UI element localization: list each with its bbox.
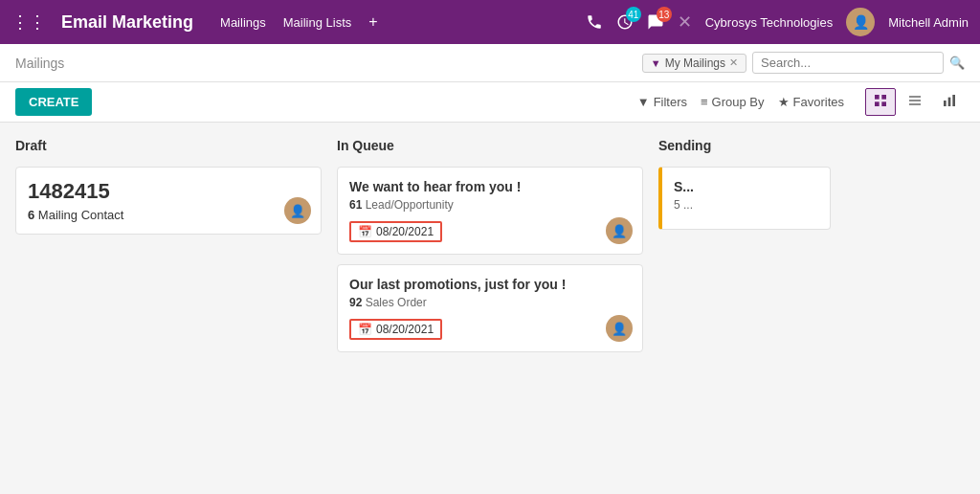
kanban-column-in-queue: In Queue We want to hear from you ! 61 L… — [337, 138, 643, 362]
company-name: Cybrosys Technologies — [705, 15, 833, 30]
activity-icon[interactable]: 41 — [616, 13, 634, 31]
filter-tag-close[interactable]: ✕ — [729, 56, 738, 69]
phone-icon[interactable] — [586, 13, 603, 31]
date-value-1: 08/20/2021 — [376, 225, 434, 238]
svg-rect-7 — [944, 101, 947, 106]
card-date-1: 📅 08/20/2021 — [349, 221, 442, 242]
nav-mailing-lists[interactable]: Mailing Lists — [283, 15, 352, 30]
toolbar: CREATE ▼ Filters ≡ Group By ★ Favorites — [0, 82, 980, 123]
groupby-icon: ≡ — [701, 95, 708, 109]
filters-label: Filters — [654, 95, 687, 109]
draft-contact-count: 6 — [28, 208, 34, 222]
grid-icon[interactable]: ⋮⋮ — [11, 11, 46, 33]
draft-card-contact: 6 Mailing Contact — [28, 208, 309, 222]
column-header-in-queue: In Queue — [337, 138, 643, 157]
svg-rect-6 — [909, 103, 921, 104]
favorites-action[interactable]: ★ Favorites — [778, 95, 844, 109]
chat-icon[interactable]: 13 — [647, 13, 664, 31]
toolbar-left: CREATE — [15, 88, 92, 116]
svg-rect-2 — [875, 101, 880, 106]
kanban-column-sending: Sending S... 5 ... — [658, 138, 831, 239]
card-avatar-2: 👤 — [606, 315, 633, 342]
user-avatar[interactable]: 👤 — [846, 8, 875, 36]
card-count-2: 92 — [349, 296, 362, 309]
filter-icon: ▼ — [637, 95, 650, 109]
subheader-right: ▼ My Mailings ✕ 🔍 — [642, 52, 965, 74]
nav-mailings[interactable]: Mailings — [220, 15, 266, 30]
svg-rect-4 — [909, 96, 921, 97]
star-icon: ★ — [778, 95, 790, 109]
search-input[interactable] — [752, 52, 944, 74]
view-switcher — [865, 88, 965, 116]
kanban-card-queue-1[interactable]: We want to hear from you ! 61 Lead/Oppor… — [337, 167, 643, 255]
card-count-1: 61 — [349, 198, 362, 212]
create-button[interactable]: CREATE — [15, 88, 92, 116]
group-by-label: Group By — [712, 95, 765, 109]
list-view-button[interactable] — [900, 88, 930, 116]
date-value-2: 08/20/2021 — [376, 323, 434, 336]
card-date-2: 📅 08/20/2021 — [349, 319, 442, 340]
nav-plus[interactable]: + — [368, 13, 377, 31]
column-header-sending: Sending — [658, 138, 831, 157]
filter-tag-label: My Mailings — [665, 56, 725, 70]
group-by-action[interactable]: ≡ Group By — [701, 95, 765, 109]
breadcrumb: Mailings — [15, 56, 64, 71]
x-icon[interactable]: ✕ — [678, 11, 692, 33]
card-title-1: We want to hear from you ! — [349, 179, 631, 194]
svg-rect-8 — [948, 98, 951, 106]
subheader-left: Mailings — [15, 56, 64, 71]
card-title-2: Our last promotions, just for you ! — [349, 277, 631, 292]
top-navbar: ⋮⋮ Email Marketing Mailings Mailing List… — [0, 0, 980, 44]
calendar-icon-2: 📅 — [358, 323, 372, 336]
topnav-icons: 41 13 ✕ Cybrosys Technologies 👤 Mitchell… — [586, 8, 969, 36]
favorites-label: Favorites — [793, 95, 844, 109]
column-header-draft: Draft — [15, 138, 322, 157]
calendar-icon-1: 📅 — [358, 225, 372, 238]
app-title: Email Marketing — [61, 12, 193, 33]
svg-rect-5 — [909, 100, 921, 101]
draft-card-avatar: 👤 — [284, 197, 311, 224]
kanban-card-draft-1[interactable]: 1482415 6 Mailing Contact 👤 — [15, 167, 322, 235]
kanban-view-button[interactable] — [865, 88, 896, 116]
nav-links: Mailings Mailing Lists + — [220, 13, 378, 31]
svg-rect-3 — [881, 101, 886, 106]
kanban-column-draft: Draft 1482415 6 Mailing Contact 👤 — [15, 138, 322, 244]
search-icon[interactable]: 🔍 — [949, 56, 965, 70]
activity-badge: 41 — [626, 7, 641, 22]
subheader: Mailings ▼ My Mailings ✕ 🔍 — [0, 44, 980, 82]
svg-rect-1 — [881, 95, 886, 100]
sending-card-title: S... — [674, 179, 818, 194]
username: Mitchell Admin — [888, 15, 969, 30]
card-subtitle-1: 61 Lead/Opportunity — [349, 198, 631, 212]
svg-rect-0 — [875, 95, 880, 100]
kanban-card-sending-1[interactable]: S... 5 ... — [658, 167, 831, 230]
kanban-card-queue-2[interactable]: Our last promotions, just for you ! 92 S… — [337, 264, 643, 352]
graph-view-button[interactable] — [934, 88, 965, 116]
sending-card-subtitle: 5 ... — [674, 198, 818, 212]
kanban-board: Draft 1482415 6 Mailing Contact 👤 In Que… — [0, 123, 980, 494]
filters-action[interactable]: ▼ Filters — [637, 95, 687, 109]
card-subtitle-2: 92 Sales Order — [349, 296, 631, 309]
filter-tag-my-mailings[interactable]: ▼ My Mailings ✕ — [642, 54, 746, 73]
draft-card-number: 1482415 — [28, 179, 309, 204]
chat-badge: 13 — [657, 7, 672, 22]
svg-rect-9 — [952, 95, 955, 106]
card-avatar-1: 👤 — [606, 217, 633, 244]
toolbar-right: ▼ Filters ≡ Group By ★ Favorites — [637, 88, 965, 116]
funnel-icon: ▼ — [651, 57, 661, 69]
